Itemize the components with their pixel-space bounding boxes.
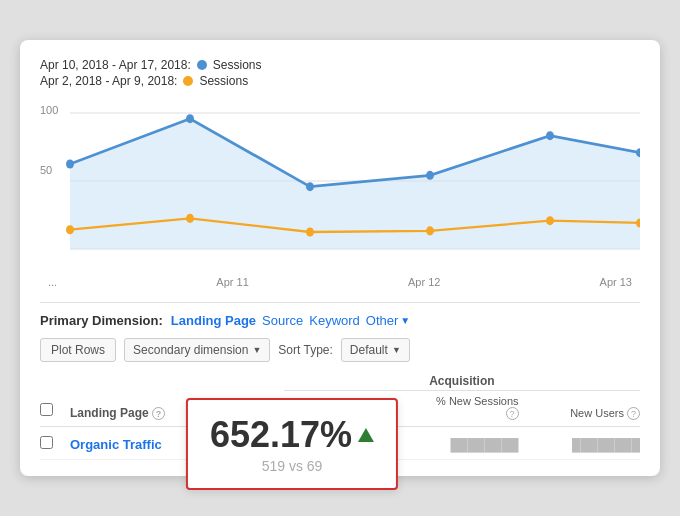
- legend-dot-2: [183, 76, 193, 86]
- dim-other-label: Other: [366, 313, 399, 328]
- new-users-help-icon[interactable]: ?: [627, 407, 640, 420]
- metric-popup: 652.17% 519 vs 69: [186, 398, 398, 490]
- legend-label-1: Sessions: [213, 58, 262, 72]
- organic-traffic-link[interactable]: Organic Traffic: [70, 437, 162, 452]
- sort-default-label: Default: [350, 343, 388, 357]
- landing-page-label: Landing Page: [70, 406, 149, 420]
- section-divider: [40, 302, 640, 303]
- x-label-apr13: Apr 13: [600, 276, 632, 288]
- secondary-dimension-label: Secondary dimension: [133, 343, 248, 357]
- svg-point-5: [186, 114, 194, 123]
- pct-new-sessions-label: % New Sessions: [436, 395, 519, 407]
- new-users-value: ████████: [572, 438, 640, 452]
- chart-svg: [40, 96, 640, 266]
- sort-type-label: Sort Type:: [278, 343, 332, 357]
- x-label-apr11: Apr 11: [216, 276, 248, 288]
- x-label-apr12: Apr 12: [408, 276, 440, 288]
- pct-new-sessions-help-icon[interactable]: ?: [506, 407, 519, 420]
- popup-up-arrow-icon: [358, 428, 374, 442]
- legend-label-2: Sessions: [199, 74, 248, 88]
- row-checkbox-cell: [40, 435, 70, 453]
- secondary-dimension-arrow-icon: ▼: [252, 345, 261, 355]
- legend-row-2: Apr 2, 2018 - Apr 9, 2018: Sessions: [40, 74, 640, 88]
- table-header: Acquisition: [40, 374, 640, 395]
- svg-point-11: [186, 214, 194, 223]
- chart-legend: Apr 10, 2018 - Apr 17, 2018: Sessions Ap…: [40, 58, 640, 88]
- analytics-card: Apr 10, 2018 - Apr 17, 2018: Sessions Ap…: [20, 40, 660, 477]
- row-new-users-cell: ████████: [527, 435, 640, 453]
- legend-date-1: Apr 10, 2018 - Apr 17, 2018:: [40, 58, 191, 72]
- col-acquisition-header: Acquisition: [284, 374, 640, 395]
- col-checkbox-header: [40, 374, 70, 395]
- legend-date-2: Apr 2, 2018 - Apr 9, 2018:: [40, 74, 177, 88]
- row-pct-new-sessions-cell: ████████: [405, 435, 526, 453]
- dim-other[interactable]: Other ▼: [366, 313, 410, 328]
- svg-point-14: [546, 216, 554, 225]
- legend-row-1: Apr 10, 2018 - Apr 17, 2018: Sessions: [40, 58, 640, 72]
- acquisition-header-label: Acquisition: [284, 374, 640, 391]
- popup-percent-value: 652.17%: [210, 414, 374, 456]
- dimension-label: Primary Dimension:: [40, 313, 163, 328]
- svg-point-12: [306, 227, 314, 236]
- dim-source[interactable]: Source: [262, 313, 303, 328]
- dim-keyword[interactable]: Keyword: [309, 313, 360, 328]
- dim-landing-page[interactable]: Landing Page: [171, 313, 256, 328]
- new-users-col: New Users ?: [527, 407, 640, 421]
- col-landing-header: [70, 374, 284, 395]
- chevron-down-icon: ▼: [400, 315, 410, 326]
- svg-point-6: [306, 182, 314, 191]
- secondary-dimension-select[interactable]: Secondary dimension ▼: [124, 338, 270, 362]
- new-users-label: New Users: [570, 407, 624, 419]
- svg-point-13: [426, 226, 434, 235]
- x-axis-labels: ... Apr 11 Apr 12 Apr 13: [40, 276, 640, 288]
- select-all-checkbox[interactable]: [40, 403, 53, 416]
- y-axis-50: 50: [40, 164, 52, 176]
- pct-new-sessions-value: ████████: [451, 438, 519, 452]
- landing-page-help-icon[interactable]: ?: [152, 407, 165, 420]
- table-data-section: Organic Traffic ████████ ████████ ██████…: [40, 427, 640, 460]
- checkbox-cell: [40, 402, 70, 420]
- popup-percent-label: 652.17%: [210, 414, 352, 456]
- svg-point-10: [66, 225, 74, 234]
- dimension-row: Primary Dimension: Landing Page Source K…: [40, 313, 640, 328]
- pct-new-sessions-col: % New Sessions ?: [405, 395, 526, 421]
- legend-dot-1: [197, 60, 207, 70]
- sort-arrow-icon: ▼: [392, 345, 401, 355]
- plot-rows-button[interactable]: Plot Rows: [40, 338, 116, 362]
- y-axis-100: 100: [40, 104, 58, 116]
- svg-point-8: [546, 131, 554, 140]
- controls-row: Plot Rows Secondary dimension ▼ Sort Typ…: [40, 338, 640, 362]
- popup-comparison: 519 vs 69: [210, 458, 374, 474]
- sort-default-select[interactable]: Default ▼: [341, 338, 410, 362]
- chart-container: 100 50: [40, 96, 640, 266]
- row-checkbox[interactable]: [40, 436, 53, 449]
- data-table: Acquisition Landing Page ? Sessions ?: [40, 374, 640, 461]
- svg-point-4: [66, 159, 74, 168]
- svg-point-7: [426, 171, 434, 180]
- x-label-dots: ...: [48, 276, 57, 288]
